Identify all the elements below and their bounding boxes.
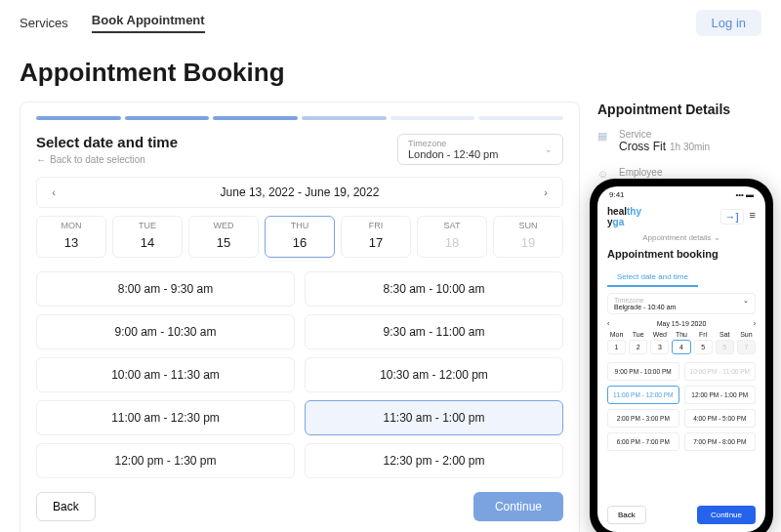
phone-timezone[interactable]: TimezoneBelgrade - 10:40 am⌄: [607, 293, 756, 314]
week-range: June 13, 2022 - June 19, 2022: [221, 185, 380, 199]
phone-slot[interactable]: 11:00 PM - 12:00 PM: [607, 386, 679, 404]
phone-slot[interactable]: 12:00 PM - 1:00 PM: [684, 386, 757, 404]
phone-preview: 9:41••• ▬ healthyyga →]≡ Appointment det…: [590, 179, 773, 532]
week-prev-button[interactable]: ‹: [47, 186, 61, 198]
time-slot[interactable]: 11:30 am - 1:00 pm: [305, 400, 563, 435]
page-title: Appointment Booking: [20, 58, 761, 88]
phone-login-icon[interactable]: →]: [720, 209, 744, 225]
slots-column-left: 8:00 am - 9:30 am9:00 am - 10:30 am10:00…: [36, 271, 295, 478]
week-next-button[interactable]: ›: [539, 186, 553, 198]
booking-panel: Select date and time ←Back to date selec…: [20, 102, 580, 532]
time-slot[interactable]: 8:30 am - 10:00 am: [305, 271, 563, 307]
timezone-select[interactable]: TimezoneLondon - 12:40 pm ⌄: [397, 134, 563, 165]
phone-slot[interactable]: 4:00 PM - 5:00 PM: [684, 409, 757, 428]
phone-day: Sun7: [737, 331, 756, 354]
phone-day[interactable]: Thu4: [672, 331, 690, 354]
week-navigator: ‹ June 13, 2022 - June 19, 2022 ›: [36, 177, 563, 208]
phone-next[interactable]: ›: [754, 320, 756, 327]
phone-slot[interactable]: 9:00 PM - 10:00 PM: [607, 362, 679, 381]
time-slot[interactable]: 9:00 am - 10:30 am: [36, 314, 295, 349]
phone-title: Appointment booking: [597, 244, 765, 266]
day-cell[interactable]: MON13: [36, 216, 106, 258]
nav-book[interactable]: Book Appointment: [92, 13, 205, 33]
time-slot[interactable]: 8:00 am - 9:30 am: [36, 271, 295, 307]
phone-day[interactable]: Wed3: [650, 331, 669, 354]
phone-day[interactable]: Fri5: [694, 331, 713, 354]
time-slot[interactable]: 9:30 am - 11:00 am: [305, 314, 563, 349]
time-slot[interactable]: 10:00 am - 11:30 am: [36, 357, 295, 392]
time-slot[interactable]: 12:30 pm - 2:00 pm: [305, 443, 563, 478]
phone-slot[interactable]: 7:00 PM - 8:00 PM: [684, 432, 757, 451]
day-cell: SUN19: [493, 216, 563, 258]
phone-day: Sat5: [716, 331, 734, 354]
phone-day[interactable]: Mon1: [607, 331, 626, 354]
nav-services[interactable]: Services: [20, 16, 68, 30]
progress-steps: [36, 116, 563, 120]
day-cell: SAT18: [417, 216, 487, 258]
phone-slot[interactable]: 2:00 PM - 3:00 PM: [607, 409, 679, 428]
phone-slot[interactable]: 6:00 PM - 7:00 PM: [607, 432, 679, 451]
day-cell[interactable]: WED15: [188, 216, 259, 258]
phone-back-button[interactable]: Back: [607, 506, 646, 524]
chevron-down-icon: ⌄: [545, 144, 553, 154]
time-slot[interactable]: 10:30 am - 12:00 pm: [305, 357, 563, 392]
phone-slot[interactable]: 10:00 PM - 11:00 PM: [684, 362, 757, 381]
login-button[interactable]: Log in: [696, 10, 761, 36]
phone-prev[interactable]: ‹: [607, 320, 609, 327]
days-row: MON13TUE14WED15THU16FRI17SAT18SUN19: [36, 216, 563, 258]
back-button[interactable]: Back: [36, 492, 96, 521]
phone-continue-button[interactable]: Continue: [697, 506, 756, 524]
top-nav: Services Book Appointment Log in: [0, 0, 781, 44]
phone-tab[interactable]: Select date and time: [607, 272, 698, 287]
time-slot[interactable]: 11:00 am - 12:30 pm: [36, 400, 295, 435]
arrow-left-icon: ←: [36, 154, 46, 165]
service-icon: ▦: [597, 130, 611, 143]
day-cell[interactable]: TUE14: [112, 216, 183, 258]
section-title: Select date and time: [36, 134, 178, 150]
slots-column-right: 8:30 am - 10:00 am9:30 am - 11:00 am10:3…: [305, 271, 563, 478]
time-slot[interactable]: 12:00 pm - 1:30 pm: [36, 443, 295, 478]
hamburger-icon[interactable]: ≡: [750, 209, 756, 225]
phone-logo: healthyyga: [607, 206, 641, 227]
continue-button[interactable]: Continue: [473, 492, 563, 521]
signal-icon: ••• ▬: [735, 190, 754, 199]
day-cell[interactable]: FRI17: [341, 216, 411, 258]
details-title: Appointment Details: [597, 102, 761, 117]
day-cell[interactable]: THU16: [265, 216, 335, 258]
phone-day[interactable]: Tue2: [629, 331, 647, 354]
back-date-selection[interactable]: ←Back to date selection: [36, 154, 178, 165]
chevron-down-icon: ⌄: [714, 233, 720, 242]
